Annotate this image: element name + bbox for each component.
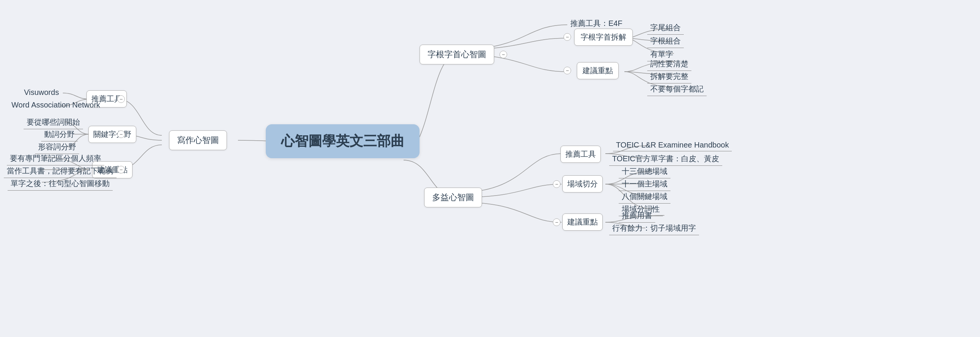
collapse-jianyi-zigen[interactable]: − — [563, 67, 571, 74]
sub-tuijian-duoyi: 推薦工具 — [556, 146, 605, 163]
branch-xiezuo-label: 寫作心智圖 — [169, 130, 227, 150]
leaf-dongci: 動詞分野 — [41, 128, 78, 141]
leaf-ziwei: 字尾組合 — [647, 21, 684, 35]
leaf-biji: 要有專門筆記區分個人頻率 — [7, 152, 104, 165]
branch-xiezuo: 寫作心智圖 — [160, 130, 236, 151]
leaf-visuwords: Visuwords — [21, 87, 62, 98]
leaf-toeic-book: TOEIC官方單字書：白皮、黃皮 — [609, 152, 722, 166]
branch-zigen-label: 字根字首心智圖 — [420, 45, 494, 64]
collapse-guanjian[interactable]: − — [117, 130, 125, 138]
sub-zitai-label: 字根字首拆解 — [574, 29, 633, 46]
sub-jianyi-zigen-label: 建議重點 — [577, 62, 619, 79]
sub-tuijian-duoyi-label: 推薦工具 — [560, 146, 601, 163]
branch-zigen: 字根字首心智圖 — [411, 44, 503, 65]
collapse-jianyi-duoyi[interactable]: − — [553, 218, 560, 226]
collapse-zitai[interactable]: − — [563, 33, 571, 41]
leaf-8: 八個關鍵場域 — [619, 190, 670, 204]
leaf-gongju: 當作工具書，記得要有記下範例 — [4, 164, 117, 178]
sub-jianyi-duoyi: 建議重點 — [556, 213, 609, 231]
leaf-cixing: 詞性要清楚 — [647, 57, 691, 71]
leaf-tuijian-e4f: 推薦工具：E4F — [567, 17, 626, 30]
sub-changyu-label: 場域切分 — [562, 175, 603, 193]
center-label: 心智圖學英文三部曲 — [266, 124, 420, 158]
sub-guanjian: 關鍵字分野 — [82, 126, 143, 143]
branch-duoyi: 多益心智圖 — [411, 187, 495, 208]
sub-jianyi-duoyi-label: 建議重點 — [562, 213, 603, 231]
collapse-jianyi-xiezuo[interactable]: − — [117, 166, 125, 173]
leaf-buyao: 不要每個字都記 — [647, 82, 707, 96]
sub-guanjian-label: 關鍵字分野 — [88, 126, 136, 143]
leaf-11: 十一個主場域 — [619, 177, 670, 191]
collapse-changyu[interactable]: − — [553, 180, 560, 188]
leaf-zigen-combo: 字根組合 — [647, 34, 684, 48]
sub-changyu: 場域切分 — [556, 175, 609, 193]
leaf-word-association: Word Association Network — [8, 99, 103, 111]
center-node: 心智圖學英文三部曲 — [282, 126, 404, 156]
leaf-danzi: 單字之後：往句型心智圖移動 — [8, 177, 113, 191]
mind-map: 心智圖學英文三部曲 字根字首心智圖 − 推薦工具：E4F 字根字首拆解 − 字尾… — [0, 0, 980, 337]
collapse-zigen[interactable]: − — [500, 51, 507, 58]
branch-duoyi-label: 多益心智圖 — [424, 188, 482, 207]
sub-jianyi-zigen: 建議重點 — [567, 62, 628, 79]
collapse-tuijian-xiezuo[interactable]: − — [117, 95, 125, 103]
leaf-yaocong: 要從哪些詞開始 — [24, 116, 83, 129]
leaf-tuijian-shu: 推薦用書 — [619, 209, 655, 223]
leaf-13: 十三個總場域 — [619, 165, 670, 178]
leaf-toeic-lr: TOEIC L&R Examinee Handbook — [613, 139, 732, 151]
sub-zitai: 字根字首拆解 — [567, 29, 640, 46]
leaf-hang: 行有餘力：切子場域用字 — [609, 221, 699, 235]
leaf-chaijie: 拆解要完整 — [647, 70, 691, 83]
